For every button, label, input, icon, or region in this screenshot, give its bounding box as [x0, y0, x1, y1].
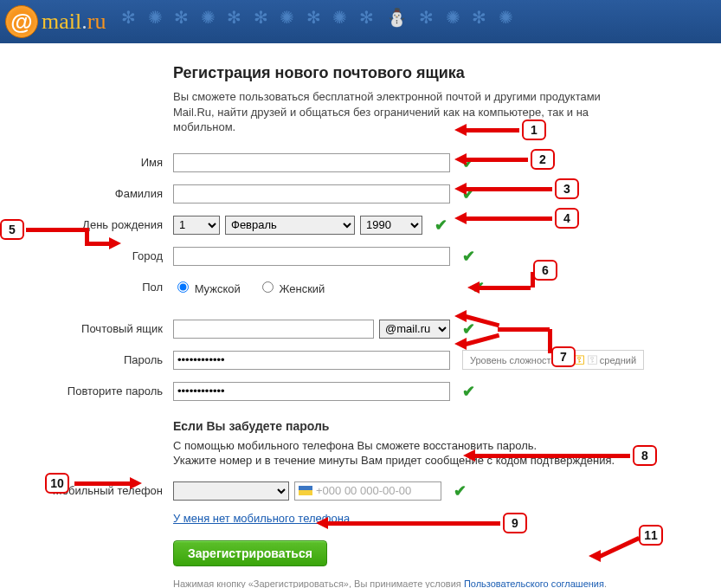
check-icon: ✔	[435, 217, 447, 233]
row-surname: Фамилия ✔	[26, 184, 695, 204]
logo-text: mail.ru	[42, 9, 106, 35]
password-input[interactable]	[173, 351, 450, 370]
label-mailbox: Почтовый ящик	[26, 322, 173, 335]
check-icon: ✔	[462, 249, 475, 264]
row-mailbox: Почтовый ящик @mail.ru ✔	[26, 319, 695, 339]
row-phone: Мобильный телефон +000 00 000-00-00 ✔	[26, 481, 695, 501]
page-title: Регистрация нового почтового ящика	[173, 64, 695, 82]
label-gender: Пол	[26, 281, 173, 294]
surname-input[interactable]	[173, 184, 450, 204]
check-icon: ✔	[454, 483, 467, 499]
row-password: Пароль Уровень сложности: ⚿ ⚿ ⚿ средний	[26, 350, 695, 371]
check-icon: ✔	[472, 280, 485, 295]
gender-female-option[interactable]: Женский	[258, 279, 325, 295]
label-password: Пароль	[26, 353, 173, 366]
key-icon: ⚿	[561, 353, 572, 366]
agreement-footnote: Нажимая кнопку «Зарегистрироваться», Вы …	[173, 578, 695, 588]
row-gender: Пол Мужской Женский ✔	[26, 277, 695, 298]
label-phone: Мобильный телефон	[26, 484, 173, 497]
gender-female-radio[interactable]	[262, 281, 274, 293]
gender-male-option[interactable]: Мужской	[173, 279, 241, 295]
annotation-11: 11	[639, 525, 663, 546]
password-strength: Уровень сложности: ⚿ ⚿ ⚿ средний	[462, 350, 644, 370]
birthday-year-select[interactable]: 1990	[360, 216, 422, 235]
key-icon: ⚿	[574, 353, 585, 366]
check-icon: ✔	[462, 384, 475, 399]
registration-form: Регистрация нового почтового ящика Вы см…	[0, 43, 721, 588]
ukraine-flag-icon	[299, 486, 312, 495]
label-birthday: День рождения	[26, 218, 173, 231]
forgot-password-desc: С помощью мобильного телефона Вы сможете…	[173, 438, 641, 468]
key-icon: ⚿	[587, 353, 598, 366]
check-icon: ✔	[462, 186, 475, 202]
phone-country-select[interactable]	[173, 481, 289, 501]
city-input[interactable]	[173, 247, 450, 266]
logo[interactable]: @ mail.ru	[5, 5, 106, 38]
mailbox-input[interactable]	[173, 320, 374, 339]
at-sign-icon: @	[5, 5, 38, 38]
row-name: Имя ✔	[26, 152, 695, 173]
phone-number-input[interactable]: +000 00 000-00-00	[294, 481, 441, 501]
label-surname: Фамилия	[26, 187, 173, 200]
row-city: Город ✔	[26, 246, 695, 267]
submit-button[interactable]: Зарегистрироваться	[173, 540, 327, 566]
birthday-month-select[interactable]: Февраль	[225, 216, 355, 235]
password-repeat-input[interactable]	[173, 382, 450, 401]
gender-male-radio[interactable]	[177, 281, 189, 293]
forgot-password-title: Если Вы забудете пароль	[173, 419, 695, 433]
page-intro: Вы сможете пользоваться бесплатной элект…	[173, 89, 623, 135]
no-phone-link[interactable]: У меня нет мобильного телефона	[173, 512, 350, 525]
label-password-repeat: Повторите пароль	[26, 384, 173, 397]
label-name: Имя	[26, 156, 173, 169]
check-icon: ✔	[462, 155, 475, 171]
check-icon: ✔	[462, 321, 475, 337]
app-header: @ mail.ru	[0, 0, 721, 43]
row-password-repeat: Повторите пароль ✔	[26, 381, 695, 402]
annotation-5: 5	[0, 219, 24, 240]
birthday-day-select[interactable]: 1	[173, 216, 220, 235]
row-birthday: День рождения 1 Февраль 1990 ✔	[26, 215, 695, 236]
label-city: Город	[26, 249, 173, 262]
name-input[interactable]	[173, 153, 450, 172]
user-agreement-link[interactable]: Пользовательского соглашения	[464, 578, 604, 588]
mailbox-domain-select[interactable]: @mail.ru	[379, 320, 450, 339]
